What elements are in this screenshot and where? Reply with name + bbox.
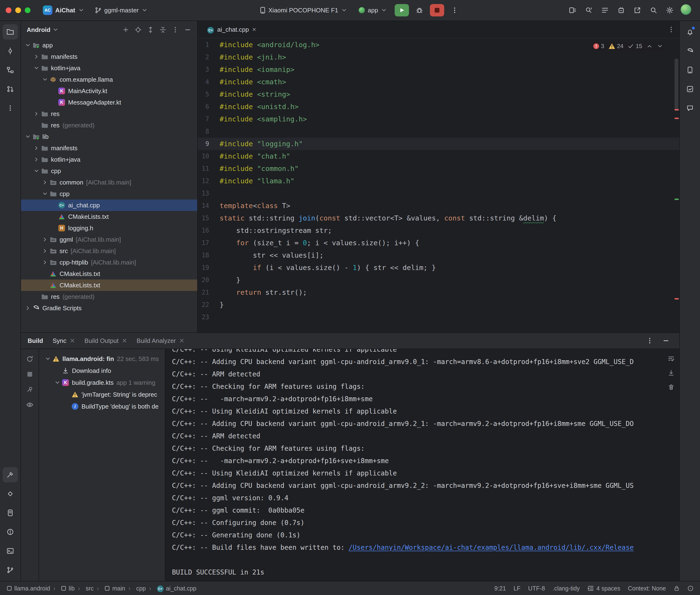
warnings-indicator[interactable]: 24: [609, 43, 623, 50]
more-dots-button[interactable]: [170, 24, 181, 35]
tree-chevron-icon[interactable]: [41, 191, 49, 197]
close-tab-icon[interactable]: ✕: [122, 337, 127, 344]
search-button[interactable]: [647, 4, 660, 17]
line-number[interactable]: 21: [198, 286, 220, 299]
line-number[interactable]: 12: [198, 175, 220, 187]
trash-button[interactable]: [666, 381, 677, 393]
share-window-button[interactable]: [631, 4, 644, 17]
breadcrumb-item[interactable]: main: [93, 585, 125, 592]
code-line[interactable]: 6 #include <unistd.h>: [198, 101, 679, 113]
hide-panel-button[interactable]: [659, 334, 673, 347]
line-number[interactable]: 23: [198, 311, 220, 323]
project-selector[interactable]: AC AiChat: [39, 4, 88, 17]
line-number[interactable]: 1: [198, 38, 220, 51]
error-stripe-mark[interactable]: [674, 109, 679, 111]
code-line[interactable]: 7 #include <sampling.h>: [198, 113, 679, 125]
tree-item[interactable]: kotlin+java: [21, 154, 197, 165]
device-manager-button[interactable]: [682, 62, 698, 78]
tree-chevron-icon[interactable]: [32, 157, 40, 163]
status-widget[interactable]: [674, 585, 680, 591]
terminal-button[interactable]: [3, 543, 18, 559]
code-line[interactable]: 4 #include <cmath>: [198, 76, 679, 88]
build-tree-item[interactable]: K build.gradle.kts app 1 warning: [39, 377, 165, 389]
errors-indicator[interactable]: ! 3: [593, 43, 604, 50]
editor-options-button[interactable]: [668, 26, 679, 33]
status-widget[interactable]: .clang-tidy: [553, 585, 580, 592]
tree-item[interactable]: Gradle Scripts: [21, 302, 197, 314]
tree-item[interactable]: res: [21, 108, 197, 119]
tree-item[interactable]: res (generated): [21, 119, 197, 131]
tree-chevron-icon[interactable]: [32, 145, 40, 151]
line-number[interactable]: 17: [198, 237, 220, 249]
tree-item[interactable]: cpp: [21, 188, 197, 200]
code-line[interactable]: 11 #include "common.h": [198, 162, 679, 175]
build-tree-item[interactable]: Download info: [39, 365, 165, 377]
error-stripe-mark[interactable]: [674, 199, 679, 200]
tree-item[interactable]: CMakeLists.txt: [21, 280, 197, 291]
branch-selector[interactable]: ggml-master: [91, 5, 151, 16]
code-line[interactable]: 19 if (i < values.size() - 1) { str << d…: [198, 261, 679, 274]
line-number[interactable]: 10: [198, 150, 220, 162]
status-widget[interactable]: Context: None: [628, 585, 666, 592]
soft-wrap-button[interactable]: [666, 353, 677, 364]
pin-button[interactable]: [24, 383, 36, 396]
collapse-all-button[interactable]: [157, 24, 169, 35]
build-button[interactable]: [3, 467, 18, 482]
minimize-window-button[interactable]: [15, 7, 21, 13]
console-file-link[interactable]: /Users/hanyin/Workspace/ai-chat/examples…: [349, 544, 634, 551]
build-tree-item[interactable]: i BuildType 'debug' is both de: [39, 400, 165, 413]
code-line[interactable]: 21 return str.str();: [198, 286, 679, 299]
line-number[interactable]: 9: [198, 138, 220, 150]
gradle-button[interactable]: [682, 43, 698, 59]
locate-button[interactable]: [133, 24, 144, 35]
notifications-button[interactable]: [682, 24, 698, 39]
tree-item[interactable]: ggml [AiChat.lib.main]: [21, 234, 197, 245]
tree-item[interactable]: com.example.llama: [21, 74, 197, 85]
line-number[interactable]: 14: [198, 200, 220, 212]
code-line[interactable]: 3 #include <iomanip>: [198, 63, 679, 76]
close-tab-icon[interactable]: ✕: [179, 337, 184, 344]
breadcrumb-item[interactable]: cpp: [125, 585, 146, 592]
tree-item[interactable]: CMakeLists.txt: [21, 211, 197, 222]
app-insights-button[interactable]: [682, 81, 698, 97]
error-stripe-mark[interactable]: [674, 118, 679, 119]
tree-item[interactable]: common [AiChat.lib.main]: [21, 177, 197, 188]
tree-item[interactable]: manifests: [21, 51, 197, 62]
breadcrumb-item[interactable]: llama.android: [7, 585, 50, 592]
tree-chevron-icon[interactable]: [32, 168, 40, 174]
code-line[interactable]: 23: [198, 311, 679, 323]
code-line[interactable]: 18 str << values[i];: [198, 249, 679, 261]
code-editor[interactable]: 1 #include <android/log.h> 2 #include <j…: [198, 38, 679, 332]
settings-button[interactable]: [663, 4, 676, 17]
status-widget[interactable]: LF: [513, 585, 521, 592]
tree-chevron-icon[interactable]: [41, 77, 49, 83]
code-line[interactable]: 9 #include "logging.h": [198, 138, 679, 150]
sync-button[interactable]: [24, 353, 36, 365]
task-list-button[interactable]: [598, 4, 612, 17]
status-widget[interactable]: 9:21: [494, 585, 506, 592]
error-stripe-mark[interactable]: [674, 298, 679, 300]
avatar-button[interactable]: [679, 4, 693, 17]
build-tab[interactable]: Sync ✕: [53, 337, 75, 344]
plus-button[interactable]: [120, 24, 132, 35]
close-tab-icon[interactable]: ×: [252, 26, 256, 33]
version-control-button[interactable]: [3, 562, 18, 577]
close-tab-icon[interactable]: ✕: [70, 337, 75, 344]
tree-chevron-icon[interactable]: [24, 134, 32, 140]
code-line[interactable]: 5 #include <string>: [198, 88, 679, 101]
tree-item[interactable]: cpp: [21, 165, 197, 177]
code-line[interactable]: 2 #include <jni.h>: [198, 51, 679, 63]
code-line[interactable]: 14 template<class T>: [198, 200, 679, 212]
code-line[interactable]: 13: [198, 187, 679, 200]
hide-button[interactable]: [182, 24, 193, 35]
line-number[interactable]: 8: [198, 125, 220, 138]
code-line[interactable]: 20 }: [198, 274, 679, 286]
expand-all-button[interactable]: [145, 24, 156, 35]
status-widget[interactable]: [688, 585, 694, 591]
tree-chevron-icon[interactable]: [32, 111, 40, 117]
tree-chevron-icon[interactable]: [41, 179, 49, 186]
debug-button[interactable]: [413, 4, 426, 17]
tree-chevron-icon[interactable]: [44, 356, 52, 362]
resource-manager-button[interactable]: [3, 486, 18, 502]
build-tab[interactable]: Build Output ✕: [85, 337, 127, 344]
